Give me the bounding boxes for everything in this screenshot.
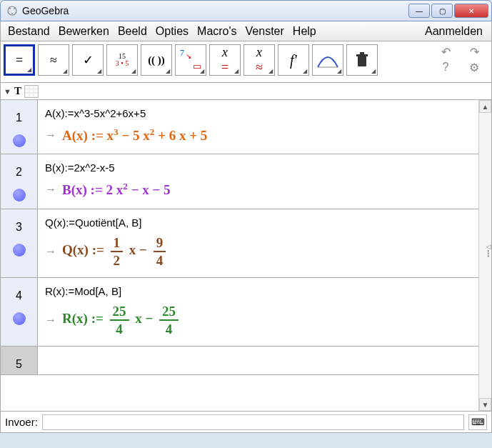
cas-row[interactable]: 4 R(x):=Mod[A, B] → R(x) := 254 x − 254 [1,278,478,347]
cas-output: → R(x) := 254 x − 254 [45,304,471,336]
svg-point-3 [11,13,13,14]
cas-row[interactable]: 2 B(x):=2x^2-x-5 → B(x) := 2 x2 − x − 5 [1,154,478,209]
login-link[interactable]: Aanmelden [419,25,488,38]
tool-check[interactable]: ✓◢ [72,44,104,76]
row-header[interactable]: 2 [1,154,38,208]
menu-bewerken[interactable]: Bewerken [54,25,114,38]
tool-x-approx[interactable]: x ≈◢ [244,44,275,76]
view-toggle-icon[interactable]: ▼ [4,87,11,96]
row-number: 4 [16,289,22,302]
undo-button[interactable]: ↶ [437,44,454,59]
menu-opties[interactable]: Opties [151,25,193,38]
cas-input[interactable]: A(x):=x^3-5x^2+6x+5 [45,107,471,119]
menubar: Bestand Bewerken Beeld Opties Macro's Ve… [0,21,492,41]
redo-button[interactable]: ↷ [466,44,483,59]
row-number: 1 [16,111,22,124]
settings-button[interactable]: ⚙ [466,60,483,74]
output-arrow-icon: → [45,314,56,327]
row-header[interactable]: 3 [1,209,38,277]
tool-x-equals[interactable]: x =◢ [209,44,241,76]
visibility-dot-icon[interactable] [13,189,26,201]
output-arrow-icon: → [45,129,56,141]
close-button[interactable]: ✕ [454,4,488,18]
minimize-button[interactable]: — [408,4,430,18]
tool-eval-pt[interactable]: 153 • 5◢ [106,44,138,76]
row-number: 5 [16,358,22,371]
tool-sub[interactable]: 7▭↘◢ [175,44,206,76]
visibility-dot-icon[interactable] [13,134,26,147]
cas-input[interactable]: Q(x):=Quotiënt[A, B] [45,216,471,229]
output-arrow-icon: → [45,245,56,258]
row-header[interactable]: 5 [1,347,38,374]
titlebar: GeoGebra — ▢ ✕ [0,0,492,21]
command-input[interactable] [42,414,464,430]
input-bar: Invoer: ⌨ [0,412,492,433]
tool-deriv[interactable]: f′◢ [278,44,309,76]
window-title: GeoGebra [22,5,408,16]
scroll-down-button[interactable]: ▼ [479,398,491,411]
help-button[interactable]: ? [437,60,454,74]
visibility-dot-icon[interactable] [13,312,26,325]
scroll-up-button[interactable]: ▲ [479,100,491,113]
svg-rect-6 [356,54,368,56]
side-panel-handle[interactable]: ◁┇ [485,236,492,264]
row-header[interactable]: 1 [1,100,38,154]
output-arrow-icon: → [45,183,56,196]
cas-output: → B(x) := 2 x2 − x − 5 [45,181,471,198]
visibility-dot-icon[interactable] [13,244,26,257]
cas-row[interactable]: 3 Q(x):=Quotiënt[A, B] → Q(x) := 12 x − … [1,209,478,278]
input-label: Invoer: [5,416,38,428]
row-number: 3 [16,221,22,234]
keypad-icon[interactable] [24,85,39,98]
svg-point-2 [14,8,15,9]
menu-venster[interactable]: Venster [241,25,288,38]
cas-view: 1 A(x):=x^3-5x^2+6x+5 → A(x) := x3 − 5 x… [0,100,492,412]
svg-rect-5 [358,56,366,66]
cas-row[interactable]: 1 A(x):=x^3-5x^2+6x+5 → A(x) := x3 − 5 x… [1,100,478,154]
app-icon [6,5,18,16]
svg-rect-7 [360,52,364,54]
cas-input[interactable]: R(x):=Mod[A, B] [45,285,471,297]
text-tool-button[interactable]: T [14,85,21,97]
row-header[interactable]: 4 [1,278,38,346]
cas-output: → A(x) := x3 − 5 x2 + 6 x + 5 [45,126,471,144]
menu-beeld[interactable]: Beeld [114,25,151,38]
cas-input[interactable]: B(x):=2x^2-x-5 [45,161,471,174]
maximize-button[interactable]: ▢ [431,4,453,18]
tool-equals[interactable]: =◢ [4,44,35,76]
cas-row-empty[interactable]: 5 [1,347,478,375]
menu-macros[interactable]: Macro's [193,25,241,38]
menu-help[interactable]: Help [288,25,321,38]
tool-parens[interactable]: (( ))◢ [141,44,172,76]
row-number: 2 [16,166,22,179]
tool-dist[interactable]: ◢ [312,44,343,76]
toolbar: =◢≈◢✓◢153 • 5◢(( ))◢7▭↘◢x =◢x ≈◢f′◢◢◢ ↶ … [0,41,492,83]
svg-point-1 [9,8,11,9]
cas-output: → Q(x) := 12 x − 94 [45,236,471,267]
tool-approx[interactable]: ≈◢ [38,44,69,76]
menu-bestand[interactable]: Bestand [4,25,54,38]
tool-delete[interactable]: ◢ [346,44,378,76]
subtoolbar: ▼ T [0,83,492,100]
keyboard-button[interactable]: ⌨ [468,414,487,430]
